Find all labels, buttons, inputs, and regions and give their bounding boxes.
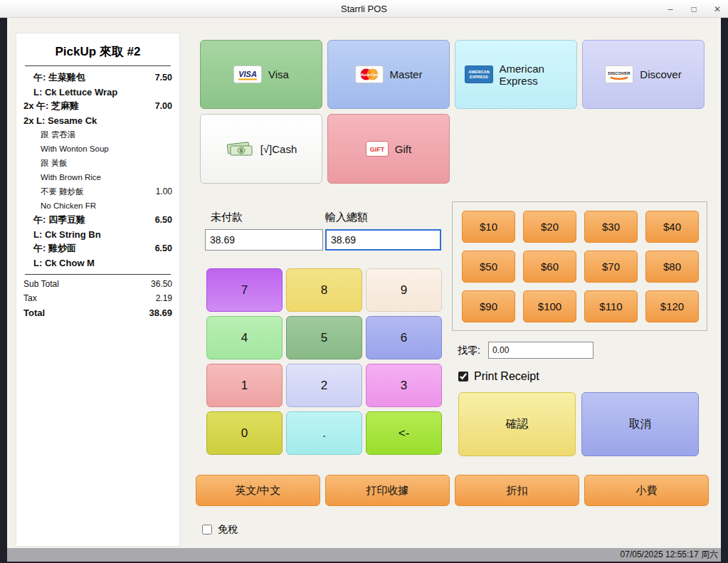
print-receipt-option[interactable]: Print Receipt bbox=[458, 370, 539, 383]
keypad-4[interactable]: 4 bbox=[206, 316, 283, 359]
quick-cash-40[interactable]: $40 bbox=[645, 211, 699, 243]
print-receipt-button[interactable]: 打印收據 bbox=[325, 475, 450, 506]
discount-button[interactable]: 折扣 bbox=[455, 475, 579, 506]
visa-label: Visa bbox=[268, 68, 289, 80]
receipt-line: L: Ck Chow M bbox=[23, 256, 172, 270]
receipt-line-text: With Brown Rice bbox=[41, 173, 101, 181]
receipt-divider-top bbox=[25, 65, 171, 66]
receipt-line-text: With Wonton Soup bbox=[41, 144, 109, 153]
confirm-button[interactable]: 確認 bbox=[458, 392, 576, 456]
change-input[interactable] bbox=[488, 342, 594, 359]
unpaid-amount-input[interactable] bbox=[205, 229, 323, 251]
keypad-0[interactable]: 0 bbox=[206, 411, 283, 455]
receipt-line: L: Ck String Bn bbox=[23, 227, 172, 241]
maximize-button[interactable]: □ bbox=[689, 4, 699, 14]
subtotal-row: Sub Total 36.50 bbox=[23, 277, 172, 291]
svg-text:$: $ bbox=[240, 148, 243, 154]
gift-button[interactable]: GIFT Gift bbox=[327, 114, 450, 184]
tip-button[interactable]: 小費 bbox=[584, 475, 709, 506]
receipt-line: 2x L: Sesame Ck bbox=[23, 113, 172, 127]
quick-cash-110[interactable]: $110 bbox=[584, 290, 638, 322]
keypad-1[interactable]: 1 bbox=[206, 364, 283, 407]
receipt-line-text: L: Ck Lettuce Wrap bbox=[33, 87, 117, 98]
print-receipt-checkbox[interactable] bbox=[458, 372, 468, 382]
receipt-line-price: 1.00 bbox=[156, 186, 172, 196]
receipt-line-text: 午: 生菜雞包 bbox=[33, 71, 85, 84]
svg-text:DISCOVER: DISCOVER bbox=[608, 71, 631, 75]
svg-text:VISA: VISA bbox=[238, 70, 257, 78]
amex-label: American Express bbox=[500, 63, 568, 87]
receipt-line-text: No Chicken FR bbox=[41, 201, 96, 210]
receipt-line-price: 6.50 bbox=[155, 215, 172, 225]
entered-total-label: 輸入總額 bbox=[325, 211, 368, 224]
quick-cash-10[interactable]: $10 bbox=[462, 211, 515, 243]
keypad-8[interactable]: 8 bbox=[286, 268, 362, 312]
keypad-2[interactable]: 2 bbox=[286, 364, 362, 407]
receipt-line-text: L: Ck Chow M bbox=[33, 258, 95, 268]
receipt-line-text: L: Ck String Bn bbox=[33, 229, 101, 240]
close-button[interactable]: ✕ bbox=[712, 4, 722, 14]
entered-total-input[interactable] bbox=[325, 229, 441, 251]
cash-button[interactable]: $ [√]Cash bbox=[200, 114, 322, 184]
receipt-line-text: 午: 雞炒面 bbox=[33, 242, 76, 255]
cancel-button[interactable]: 取消 bbox=[581, 392, 699, 456]
receipt-line-text: 跟 黃飯 bbox=[41, 158, 68, 169]
tax-row: Tax 2.19 bbox=[23, 291, 172, 305]
receipt-line: With Wonton Soup bbox=[23, 142, 172, 156]
bottom-action-row: 英文/中文 打印收據 折扣 小費 bbox=[196, 475, 709, 506]
receipt-line: With Brown Rice bbox=[23, 170, 172, 184]
tax-label: Tax bbox=[23, 293, 37, 303]
quick-cash-50[interactable]: $50 bbox=[462, 251, 515, 283]
keypad-3[interactable]: 3 bbox=[366, 364, 442, 407]
keypad-5[interactable]: 5 bbox=[286, 316, 362, 359]
keypad-backspace[interactable]: <- bbox=[366, 411, 442, 455]
quick-cash-20[interactable]: $20 bbox=[523, 211, 576, 243]
discover-button[interactable]: DISCOVER Discover bbox=[582, 40, 705, 109]
master-button[interactable]: MasterCard Master bbox=[327, 40, 450, 109]
quick-cash-30[interactable]: $30 bbox=[584, 211, 638, 243]
svg-text:MasterCard: MasterCard bbox=[360, 73, 378, 77]
keypad-9[interactable]: 9 bbox=[366, 268, 442, 312]
discover-card-icon: DISCOVER bbox=[605, 65, 633, 83]
receipt-line-text: 不要 雞炒飯 bbox=[41, 186, 84, 197]
visa-card-icon: VISA bbox=[233, 65, 262, 83]
discover-label: Discover bbox=[640, 68, 681, 80]
window-controls: – □ ✕ bbox=[665, 0, 722, 18]
tax-exempt-checkbox[interactable] bbox=[202, 525, 212, 535]
svg-text:EXPRESS: EXPRESS bbox=[470, 75, 488, 79]
print-receipt-label: Print Receipt bbox=[474, 370, 539, 383]
gift-label: Gift bbox=[395, 143, 411, 155]
total-row: Total 38.69 bbox=[23, 305, 172, 320]
minimize-button[interactable]: – bbox=[665, 4, 675, 14]
keypad-7[interactable]: 7 bbox=[206, 268, 283, 312]
cash-bills-icon: $ bbox=[226, 140, 254, 158]
quick-cash-100[interactable]: $100 bbox=[523, 290, 576, 322]
window-title: Starrli POS bbox=[0, 0, 728, 18]
visa-button[interactable]: VISA Visa bbox=[200, 40, 322, 109]
status-bar: 07/05/2025 12:55:17 周六 bbox=[7, 548, 721, 562]
quick-cash-80[interactable]: $80 bbox=[645, 251, 699, 283]
receipt-line-text: 2x 午: 芝麻雞 bbox=[23, 100, 79, 112]
receipt-line: 午: 雞炒面 6.50 bbox=[23, 241, 172, 256]
receipt-line-text: 2x L: Sesame Ck bbox=[23, 115, 97, 126]
svg-text:AMERICAN: AMERICAN bbox=[468, 70, 490, 74]
tax-value: 2.19 bbox=[156, 293, 172, 303]
quick-cash-90[interactable]: $90 bbox=[462, 290, 515, 322]
quick-cash-120[interactable]: $120 bbox=[645, 290, 699, 322]
receipt-line-price: 7.50 bbox=[155, 73, 172, 83]
quick-cash-60[interactable]: $60 bbox=[523, 251, 576, 283]
receipt-line-text: 午: 四季豆雞 bbox=[33, 214, 85, 226]
datetime-text: 07/05/2025 12:55:17 周六 bbox=[621, 549, 718, 561]
receipt-line-text: 跟 雲吞湯 bbox=[41, 130, 75, 140]
receipt-line-price: 7.00 bbox=[155, 101, 172, 111]
keypad-decimal[interactable]: . bbox=[286, 411, 362, 455]
tax-exempt-label: 免稅 bbox=[218, 523, 238, 536]
quick-cash-70[interactable]: $70 bbox=[584, 251, 638, 283]
tax-exempt-option[interactable]: 免稅 bbox=[202, 523, 238, 536]
receipt-divider-bottom bbox=[25, 274, 171, 275]
language-toggle-button[interactable]: 英文/中文 bbox=[196, 475, 320, 506]
receipt-line: L: Ck Lettuce Wrap bbox=[23, 85, 172, 99]
keypad-6[interactable]: 6 bbox=[366, 316, 442, 359]
receipt-line: 2x 午: 芝麻雞 7.00 bbox=[23, 99, 172, 113]
amex-button[interactable]: AMERICAN EXPRESS American Express bbox=[455, 40, 577, 109]
